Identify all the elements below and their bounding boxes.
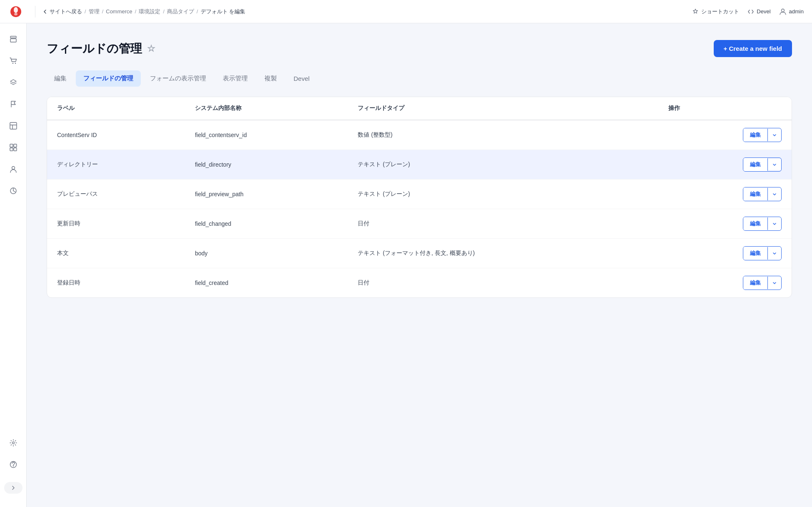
cell-field-type: 数値 (整数型) <box>348 120 658 150</box>
tab-display-management[interactable]: 表示管理 <box>215 70 255 87</box>
svg-point-3 <box>781 9 784 12</box>
edit-button-group: 編集 <box>743 157 782 172</box>
cell-label: 登録日時 <box>47 268 185 298</box>
table-header-row: ラベル システム内部名称 フィールドタイプ 操作 <box>47 97 792 120</box>
th-label: ラベル <box>47 97 185 120</box>
sidebar-item-flag[interactable] <box>4 95 22 113</box>
back-link[interactable]: サイトへ戻る <box>42 8 82 15</box>
edit-button-group: 編集 <box>743 217 782 231</box>
site-logo[interactable] <box>8 4 23 19</box>
edit-dropdown-button[interactable] <box>768 277 781 288</box>
breadcrumb-admin[interactable]: 管理 <box>89 8 100 15</box>
svg-point-2 <box>14 13 17 15</box>
edit-button[interactable]: 編集 <box>743 158 767 171</box>
topnav-actions: ショートカット Devel admin <box>692 8 804 15</box>
sidebar-expand-button[interactable] <box>4 482 22 494</box>
page-header: フィールドの管理 ☆ + Create a new field <box>47 40 792 57</box>
breadcrumb-product-type[interactable]: 商品タイプ <box>167 8 194 15</box>
page-title: フィールドの管理 ☆ <box>47 41 155 57</box>
edit-dropdown-button[interactable] <box>768 130 781 140</box>
cell-label: 本文 <box>47 239 185 268</box>
cell-field-type: テキスト (プレーン) <box>348 180 658 209</box>
sidebar-bottom <box>4 434 22 500</box>
svg-point-13 <box>12 167 15 170</box>
svg-point-6 <box>12 63 13 64</box>
th-action: 操作 <box>658 97 792 120</box>
cell-machine-name: field_changed <box>185 209 348 239</box>
edit-button[interactable]: 編集 <box>743 247 767 260</box>
table-row: 更新日時field_changed日付編集 <box>47 209 792 239</box>
cell-field-type: テキスト (プレーン) <box>348 150 658 180</box>
edit-button-group: 編集 <box>743 128 782 142</box>
cell-machine-name: body <box>185 239 348 268</box>
edit-button-group: 編集 <box>743 276 782 290</box>
sidebar-item-settings[interactable] <box>4 434 22 452</box>
tab-fields-management[interactable]: フィールドの管理 <box>76 70 141 87</box>
tab-devel[interactable]: Devel <box>286 71 317 86</box>
tab-edit[interactable]: 編集 <box>47 70 74 87</box>
sidebar-item-help[interactable] <box>4 455 22 474</box>
svg-point-15 <box>12 442 14 444</box>
cell-machine-name: field_directory <box>185 150 348 180</box>
sidebar-item-person[interactable] <box>4 160 22 178</box>
table-row: 本文bodyテキスト (フォーマット付き, 長文, 概要あり)編集 <box>47 239 792 268</box>
svg-rect-10 <box>14 144 17 147</box>
main-content: フィールドの管理 ☆ + Create a new field 編集 フィールド… <box>27 23 812 507</box>
svg-rect-12 <box>14 148 17 151</box>
th-machine-name: システム内部名称 <box>185 97 348 120</box>
sidebar-item-chart[interactable] <box>4 182 22 200</box>
tab-form-display[interactable]: フォームの表示管理 <box>142 70 214 87</box>
th-field-type: フィールドタイプ <box>348 97 658 120</box>
sidebar-item-content[interactable] <box>4 30 22 48</box>
sidebar-expand-section <box>4 477 22 497</box>
edit-dropdown-button[interactable] <box>768 248 781 259</box>
sidebar-item-layout[interactable] <box>4 117 22 135</box>
fields-table-card: ラベル システム内部名称 フィールドタイプ 操作 ContentServ IDf… <box>47 97 792 298</box>
svg-rect-11 <box>10 148 13 151</box>
cell-label: プレビューパス <box>47 180 185 209</box>
cell-action: 編集 <box>658 150 792 180</box>
table-row: ContentServ IDfield_contentserv_id数値 (整数… <box>47 120 792 150</box>
edit-button[interactable]: 編集 <box>743 217 767 230</box>
breadcrumb-commerce[interactable]: Commerce <box>106 8 132 15</box>
cell-action: 編集 <box>658 239 792 268</box>
favorite-star-icon[interactable]: ☆ <box>147 43 155 54</box>
shortcut-button[interactable]: ショートカット <box>692 8 739 15</box>
svg-rect-9 <box>10 144 13 147</box>
table-row: ディレクトリーfield_directoryテキスト (プレーン)編集 <box>47 150 792 180</box>
sidebar-item-layers[interactable] <box>4 73 22 92</box>
breadcrumb: サイトへ戻る / 管理 / Commerce / 環境設定 / 商品タイプ / … <box>42 8 692 15</box>
main-layout: フィールドの管理 ☆ + Create a new field 編集 フィールド… <box>0 23 812 507</box>
create-new-field-button[interactable]: + Create a new field <box>714 40 792 57</box>
admin-user-button[interactable]: admin <box>779 8 804 15</box>
breadcrumb-env[interactable]: 環境設定 <box>139 8 160 15</box>
edit-button-group: 編集 <box>743 246 782 260</box>
edit-dropdown-button[interactable] <box>768 189 781 200</box>
nav-separator <box>35 6 35 17</box>
cell-field-type: 日付 <box>348 209 658 239</box>
devel-nav-button[interactable]: Devel <box>747 8 770 15</box>
sidebar-item-cart[interactable] <box>4 52 22 70</box>
svg-point-1 <box>14 7 18 13</box>
cell-field-type: テキスト (フォーマット付き, 長文, 概要あり) <box>348 239 658 268</box>
cell-machine-name: field_preview_path <box>185 180 348 209</box>
cell-machine-name: field_contentserv_id <box>185 120 348 150</box>
cell-action: 編集 <box>658 209 792 239</box>
cell-action: 編集 <box>658 120 792 150</box>
edit-button[interactable]: 編集 <box>743 128 767 142</box>
tab-duplicate[interactable]: 複製 <box>257 70 284 87</box>
breadcrumb-current: デフォルト を編集 <box>201 8 246 15</box>
edit-button[interactable]: 編集 <box>743 276 767 290</box>
edit-button-group: 編集 <box>743 187 782 201</box>
svg-rect-8 <box>10 122 17 129</box>
edit-dropdown-button[interactable] <box>768 218 781 229</box>
cell-machine-name: field_created <box>185 268 348 298</box>
sidebar-item-dashboard[interactable] <box>4 138 22 157</box>
create-btn-label: + Create a new field <box>724 45 782 52</box>
edit-button[interactable]: 編集 <box>743 187 767 201</box>
cell-action: 編集 <box>658 268 792 298</box>
table-row: 登録日時field_created日付編集 <box>47 268 792 298</box>
svg-rect-4 <box>10 36 16 38</box>
cell-field-type: 日付 <box>348 268 658 298</box>
edit-dropdown-button[interactable] <box>768 159 781 170</box>
